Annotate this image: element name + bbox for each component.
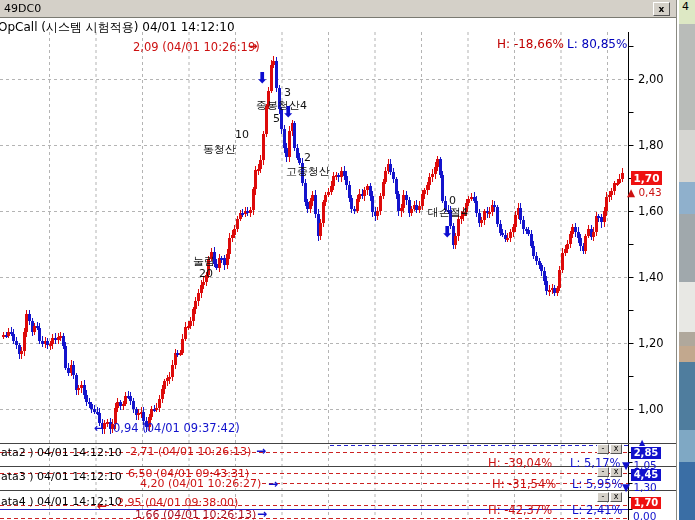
panel-data3-axis-value: 4,45 bbox=[631, 469, 661, 481]
panel-data2-up-icon: ▲ bbox=[639, 438, 645, 447]
panel-data3-arrow-icon: → bbox=[268, 477, 278, 491]
chart-annotation: 동청산 bbox=[203, 142, 236, 157]
low-annotation: 0,94 (04/01 09:37:42) bbox=[113, 421, 240, 435]
panel-data3-close-icon[interactable]: x bbox=[610, 467, 622, 477]
signal-down-arrow-icon: ⬇ bbox=[282, 106, 295, 118]
chart-annotation: 5 bbox=[273, 112, 280, 125]
side-strip-segment bbox=[679, 214, 695, 282]
side-strip-segment bbox=[679, 362, 695, 430]
axis-tick-140: 1,40 bbox=[638, 270, 664, 284]
side-strip-segment bbox=[679, 182, 695, 214]
side-strip-segment bbox=[679, 332, 695, 346]
chart-annotation: 고종청산 bbox=[286, 164, 330, 179]
panel-data3-minimize-icon[interactable]: - bbox=[597, 467, 609, 477]
chart-high-pct: H: -18,66% bbox=[497, 37, 564, 51]
window-title: 49DC0 bbox=[4, 2, 41, 15]
chart-title: OpCall (시스템 시험적용) 04/01 14:12:10 bbox=[0, 19, 235, 36]
panel-data4-minimize-icon[interactable]: - bbox=[597, 492, 609, 502]
panel-data2-value: 2,71 (04/01 10:26:13) bbox=[130, 445, 251, 458]
panel-data4-axis-value: 1,70 bbox=[631, 497, 661, 509]
side-strip-segment bbox=[679, 462, 695, 520]
window-right-border bbox=[676, 0, 677, 520]
panel-data3-high: H: -31,54% bbox=[492, 477, 556, 491]
panel-data4-arrow-icon: → bbox=[257, 507, 267, 520]
panel-data2-high: H: -39,04% bbox=[488, 456, 552, 470]
panel-data4-value2: 1,66 (04/01 10:26:13) bbox=[135, 508, 256, 520]
price-chart-canvas bbox=[0, 0, 695, 520]
chart-annotation: 2 bbox=[304, 151, 311, 164]
side-strip-segment bbox=[679, 346, 695, 362]
axis-tick-120: 1,20 bbox=[638, 336, 664, 350]
panel-data2-close-icon[interactable]: x bbox=[610, 444, 622, 454]
panel-data4-high: H: -42,37% bbox=[488, 503, 552, 517]
peak-arrow-icon: → bbox=[248, 39, 258, 53]
side-strip-top-label: 4 bbox=[679, 0, 695, 24]
panel-data2-axis-value: 2,85 bbox=[631, 447, 661, 459]
panel-data2-label: ata2 ) 04/01 14:12:10 bbox=[1, 446, 122, 459]
peak-annotation: 2,09 (04/01 10:26:19) bbox=[133, 40, 260, 54]
axis-tick-200: 2,00 bbox=[638, 72, 664, 86]
panel-data4-left-arrow-icon: ← bbox=[97, 499, 107, 513]
chart-annotation: 대손절4 bbox=[428, 205, 468, 220]
low-arrow-icon: ← bbox=[94, 421, 104, 435]
side-strip-segment bbox=[679, 24, 695, 130]
signal-down-arrow-icon: ⬇ bbox=[441, 226, 454, 238]
chart-annotation: 20 bbox=[199, 267, 213, 280]
side-strip-segment bbox=[679, 130, 695, 182]
panel-data4-axis-change: 0,00 bbox=[633, 510, 656, 520]
close-icon[interactable]: x bbox=[653, 2, 670, 16]
axis-tick-180: 1,80 bbox=[638, 138, 664, 152]
axis-tick-100: 1,00 bbox=[638, 402, 664, 416]
last-price-change: ▲ 0,43 bbox=[627, 186, 662, 198]
last-price-tag: 1,70 bbox=[631, 171, 662, 185]
panel-data3-label: ata3 ) 04/01 14:12:10 bbox=[1, 470, 122, 483]
chart-annotation: 10 bbox=[235, 128, 249, 141]
chart-low-pct: L: 80,85% bbox=[567, 37, 627, 51]
signal-down-arrow-icon: ⬇ bbox=[256, 72, 269, 84]
panel-data3-axis-change: ▼ 1,30 bbox=[622, 481, 657, 493]
title-bar[interactable]: 49DC0 bbox=[0, 0, 676, 18]
axis-tick-160: 1,60 bbox=[638, 204, 664, 218]
panel-data4-close-icon[interactable]: x bbox=[610, 492, 622, 502]
panel-data2-minimize-icon[interactable]: - bbox=[597, 444, 609, 454]
panel-data3-value2: 4,20 (04/01 10:26:27) bbox=[140, 477, 261, 490]
panel-data3-low: L: 5,95% bbox=[572, 477, 622, 491]
side-strip-segment bbox=[679, 282, 695, 332]
panel-data2-arrow-icon: → bbox=[256, 444, 266, 458]
panel-data4-low: L: 2,41% bbox=[572, 503, 622, 517]
side-strip-segment bbox=[679, 430, 695, 462]
